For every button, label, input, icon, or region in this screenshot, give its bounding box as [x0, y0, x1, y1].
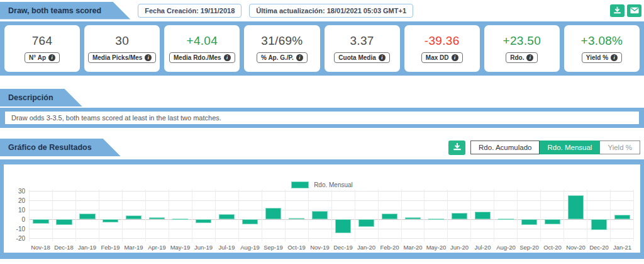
- info-icon[interactable]: i: [526, 54, 533, 61]
- info-icon[interactable]: i: [452, 54, 458, 61]
- x-tick-label: Nov-18: [29, 244, 52, 251]
- chart-view-toggle: Rdo. Acumulado Rdo. Mensual Yield %: [470, 141, 640, 154]
- description-strip: Draw odds 3-3.5, both teams scored at le…: [0, 108, 644, 128]
- chart-cell-Feb-20: [379, 190, 402, 241]
- stat-label-text: Yield %: [586, 54, 608, 61]
- chart-cell-Apr-19: [146, 190, 169, 241]
- toggle-yield[interactable]: Yield %: [600, 141, 640, 154]
- x-tick-label: Sep-20: [518, 244, 541, 251]
- y-tick-label: 0: [9, 215, 25, 222]
- x-tick-label: Nov-19: [308, 244, 331, 251]
- bar-Dec-19[interactable]: [335, 219, 351, 234]
- bar-Apr-19[interactable]: [149, 217, 165, 219]
- x-tick-label: Jan-20: [355, 244, 378, 251]
- chart-actions: Rdo. Acumulado Rdo. Mensual Yield %: [448, 141, 640, 155]
- bar-Mar-20[interactable]: [405, 217, 421, 219]
- x-tick-label: Jul-19: [215, 244, 238, 251]
- bar-May-20[interactable]: [428, 219, 444, 220]
- bar-Nov-18[interactable]: [33, 219, 48, 224]
- bar-Oct-20[interactable]: [545, 219, 560, 224]
- stat-label-text: Cuota Media: [338, 54, 375, 61]
- chart-cell-Nov-20: [564, 190, 587, 241]
- bar-Jan-21[interactable]: [614, 215, 630, 219]
- bar-Feb-19[interactable]: [103, 219, 118, 222]
- bar-Dec-18[interactable]: [56, 219, 72, 225]
- x-tick-label: Oct-19: [285, 244, 308, 251]
- chart-cell-Sep-19: [262, 190, 286, 241]
- x-tick-label: Dec-18: [52, 244, 75, 251]
- chart-cell-Sep-20: [518, 190, 541, 241]
- stat-label: % Ap. G./P.i: [257, 52, 308, 63]
- chart-cell-Jul-19: [216, 190, 239, 241]
- chart-cell-Dec-20: [587, 190, 611, 241]
- info-icon[interactable]: i: [145, 54, 152, 61]
- bar-Jan-19[interactable]: [79, 214, 95, 219]
- bar-Jan-20[interactable]: [358, 219, 374, 227]
- stat-label: Cuota Mediai: [334, 52, 389, 63]
- page-title-tab: Draw, both teams scored: [0, 2, 130, 20]
- chart-cell-Nov-18: [29, 190, 53, 241]
- stat-value: +3.08%: [581, 34, 623, 48]
- stat-label: Media Rdo./Mesi: [169, 52, 235, 63]
- chart-cell-Jun-19: [192, 190, 216, 241]
- chart-cell-Feb-19: [99, 190, 123, 241]
- bar-Nov-20[interactable]: [568, 195, 584, 219]
- download-stats-button[interactable]: [610, 4, 625, 17]
- chart-panel: Rdo. Mensual 3020100-10-20 Nov-18Dec-18J…: [0, 159, 644, 259]
- x-tick-label: Dec-19: [331, 244, 355, 251]
- results-chart: Rdo. Mensual 3020100-10-20 Nov-18Dec-18J…: [4, 164, 640, 253]
- stat-label: Rdo.i: [506, 52, 538, 63]
- stat-value: +4.04: [187, 34, 218, 48]
- chart-cell-Jun-20: [448, 190, 471, 241]
- bar-Aug-20[interactable]: [498, 219, 514, 220]
- bar-Aug-19[interactable]: [242, 219, 258, 224]
- bar-Sep-20[interactable]: [521, 219, 537, 226]
- y-tick-label: -20: [9, 234, 25, 241]
- stat-value: 3.37: [350, 34, 374, 48]
- bar-Jun-19[interactable]: [196, 219, 211, 223]
- chart-cell-May-20: [425, 190, 448, 241]
- bar-Dec-20[interactable]: [591, 219, 607, 230]
- chart-cell-Aug-20: [494, 190, 518, 241]
- stat-card-yield: +3.08% Yield %i: [564, 25, 640, 72]
- chart-cell-Oct-19: [286, 190, 309, 241]
- stat-card-rdo: +23.50 Rdo.i: [484, 25, 560, 72]
- x-tick-label: May-19: [169, 244, 192, 251]
- mail-button[interactable]: [627, 4, 641, 17]
- info-icon[interactable]: i: [611, 54, 618, 61]
- x-tick-label: Mar-19: [122, 244, 145, 251]
- bar-Feb-20[interactable]: [382, 214, 397, 219]
- info-icon[interactable]: i: [224, 54, 231, 61]
- header-row: Draw, both teams scored Fecha Creación: …: [0, 1, 644, 20]
- bar-Sep-19[interactable]: [265, 208, 281, 219]
- stat-value: +23.50: [503, 34, 541, 48]
- bar-Jul-19[interactable]: [219, 214, 235, 219]
- stat-label-text: % Ap. G./P.: [261, 54, 294, 61]
- description-text: Draw odds 3-3.5, both teams scored at le…: [5, 112, 639, 124]
- y-tick-label: 20: [9, 197, 25, 204]
- chart-cell-Dec-18: [53, 190, 76, 241]
- x-tick-label: Apr-19: [145, 244, 169, 251]
- chart-plot: 3020100-10-20: [29, 190, 634, 241]
- toggle-rdo-acumulado[interactable]: Rdo. Acumulado: [470, 141, 540, 154]
- chart-download-button[interactable]: [448, 141, 465, 155]
- bar-May-19[interactable]: [172, 219, 188, 220]
- info-icon[interactable]: i: [48, 54, 55, 61]
- chart-cell-Mar-19: [123, 190, 146, 241]
- x-tick-label: Dec-20: [587, 244, 611, 251]
- toggle-rdo-mensual[interactable]: Rdo. Mensual: [540, 141, 600, 154]
- x-tick-label: Aug-19: [238, 244, 262, 251]
- bar-Mar-19[interactable]: [126, 215, 142, 219]
- bar-Jun-20[interactable]: [452, 213, 467, 219]
- stat-card-cuota-media: 3.37 Cuota Mediai: [325, 25, 400, 72]
- stat-label: Max DDi: [421, 52, 463, 63]
- info-icon[interactable]: i: [379, 54, 386, 61]
- bar-Jul-20[interactable]: [475, 212, 491, 219]
- stat-label: N° Api: [25, 52, 60, 63]
- stat-value: -39.36: [425, 34, 460, 48]
- x-tick-label: Jan-21: [611, 244, 634, 251]
- legend-swatch: [291, 181, 309, 188]
- bar-Nov-19[interactable]: [312, 211, 328, 219]
- info-icon[interactable]: i: [296, 54, 303, 61]
- bar-Oct-19[interactable]: [289, 218, 304, 219]
